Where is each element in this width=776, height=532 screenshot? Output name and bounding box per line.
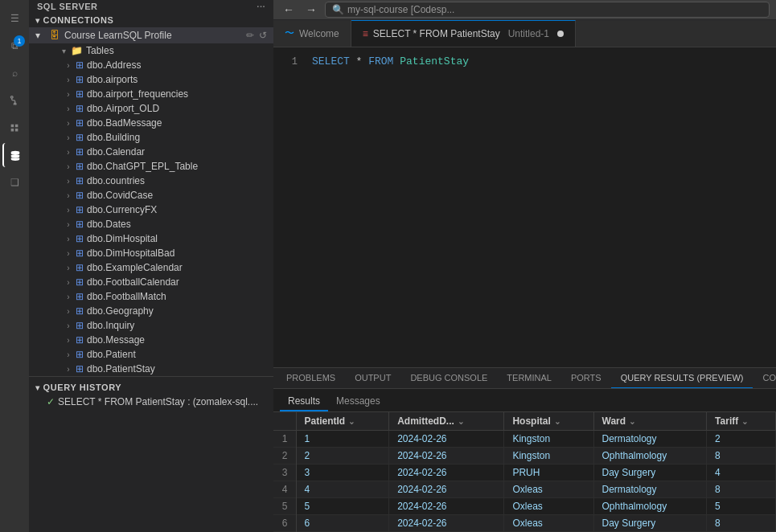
results-table-wrap[interactable]: PatientId⌄AdmittedD...⌄Hospital⌄Ward⌄Tar… (273, 412, 776, 532)
profile-icon: 🗄 (50, 30, 60, 41)
table-item[interactable]: ›⊞dbo.Calendar (29, 145, 273, 159)
table-cell: Dermatology (593, 481, 707, 498)
search-bar[interactable]: 🔍 my-sql-course [Codesp... (325, 2, 770, 18)
table-cell: PRUH (504, 464, 593, 481)
column-header[interactable]: AdmittedD...⌄ (389, 412, 504, 431)
unsaved-dot (557, 31, 564, 37)
database-icon[interactable] (2, 143, 27, 167)
table-row: 552024-02-26OxleasOphthalmology5 (273, 498, 776, 515)
sidebar: SQL SERVER ··· ▾ CONNECTIONS ▾ 🗄 Course … (29, 0, 273, 532)
hamburger-icon[interactable]: ☰ (2, 6, 27, 31)
column-header[interactable]: PatientId⌄ (296, 412, 389, 431)
table-item[interactable]: ›⊞dbo.Inquiry (29, 318, 273, 333)
table-item[interactable]: ›⊞dbo.CovidCase (29, 188, 273, 203)
table-cell: 6 (296, 515, 389, 532)
checkmark-icon: ✓ (47, 396, 55, 407)
connection-profile[interactable]: ▾ 🗄 Course LearnSQL Profile ✏ ↺ (29, 27, 273, 43)
sql-server-menu[interactable]: ··· (257, 2, 265, 11)
table-row: 332024-02-26PRUHDay Surgery4 (273, 464, 776, 481)
connections-chevron: ▾ (35, 16, 40, 25)
table-item[interactable]: ›⊞dbo.DimHospital (29, 231, 273, 246)
query-history-chevron: ▾ (35, 383, 40, 392)
table-cell: 4 (707, 464, 776, 481)
table-item[interactable]: ›⊞dbo.Message (29, 333, 273, 347)
column-header[interactable]: Tariff⌄ (707, 412, 776, 431)
table-cell: 2024-02-26 (389, 498, 504, 515)
results-tab-results[interactable]: Results (280, 392, 328, 411)
table-item[interactable]: ›⊞dbo.airport_frequencies (29, 87, 273, 101)
table-cell: 2024-02-26 (389, 431, 504, 448)
query-history-header[interactable]: ▾ QUERY HISTORY (29, 380, 273, 395)
table-row: 112024-02-26KingstonDermatology2 (273, 431, 776, 448)
table-item[interactable]: ›⊞dbo.Airport_OLD (29, 101, 273, 116)
table-item[interactable]: ›⊞dbo.DimHospitalBad (29, 246, 273, 260)
table-cell: 4 (296, 481, 389, 498)
tables-folder[interactable]: ▾ 📁 Tables (29, 43, 273, 58)
table-cell: 5 (296, 498, 389, 515)
search-bar-icon: 🔍 (332, 4, 344, 15)
query-history-section: ▾ QUERY HISTORY ✓ SELECT * FROM PatientS… (29, 376, 273, 412)
editor-line-1: 1 SELECT * FROM PatientStay (273, 55, 776, 68)
tab-welcome[interactable]: 〜 Welcome (273, 20, 351, 47)
table-cell: 2 (707, 431, 776, 448)
table-cell: Oxleas (504, 498, 593, 515)
back-button[interactable]: ← (280, 2, 298, 18)
panel-tab-query-results[interactable]: QUERY RESULTS (PREVIEW) (611, 368, 753, 388)
panel-tab-debug-console[interactable]: DEBUG CONSOLE (400, 368, 497, 388)
table-cell: Kingston (504, 431, 593, 448)
table-cell: 5 (707, 498, 776, 515)
pages-icon[interactable]: ❑ (2, 170, 27, 194)
table-cell: 2 (296, 448, 389, 464)
sql-server-header: SQL SERVER ··· (29, 0, 273, 13)
table-item[interactable]: ›⊞dbo.Patient (29, 347, 273, 362)
table-item[interactable]: ›⊞dbo.Geography (29, 304, 273, 318)
table-cell: 8 (707, 448, 776, 464)
results-tab-messages[interactable]: Messages (328, 392, 388, 411)
table-item[interactable]: ›⊞dbo.CurrencyFX (29, 203, 273, 217)
table-cell: 1 (296, 431, 389, 448)
table-item[interactable]: ›⊞dbo.FootballCalendar (29, 275, 273, 289)
table-cell: 8 (707, 515, 776, 532)
table-item[interactable]: ›⊞dbo.Address (29, 58, 273, 72)
table-item[interactable]: ›⊞dbo.Dates (29, 217, 273, 231)
main-content: ← → 🔍 my-sql-course [Codesp... 〜 Welcome… (273, 0, 776, 532)
results-table: PatientId⌄AdmittedD...⌄Hospital⌄Ward⌄Tar… (273, 412, 776, 532)
connections-section: ▾ CONNECTIONS ▾ 🗄 Course LearnSQL Profil… (29, 13, 273, 532)
extensions-icon[interactable] (2, 116, 27, 140)
panel-tab-comments[interactable]: COMMENTS (753, 368, 776, 388)
tab-select-patientstay[interactable]: ≡ SELECT * FROM PatientStay Untitled-1 (351, 20, 576, 47)
table-item[interactable]: ›⊞dbo.Building (29, 130, 273, 145)
connections-header[interactable]: ▾ CONNECTIONS (29, 13, 273, 27)
column-header[interactable]: Hospital⌄ (504, 412, 593, 431)
table-item[interactable]: ›⊞dbo.airports (29, 72, 273, 87)
results-tabs: Results Messages (273, 389, 776, 412)
search-icon[interactable]: ⌕ (2, 61, 27, 85)
tables-folder-icon: 📁 (71, 45, 83, 56)
panel-tab-ports[interactable]: PORTS (561, 368, 611, 388)
table-item[interactable]: ›⊞dbo.countries (29, 174, 273, 188)
table-cell: Ophthalmology (593, 448, 707, 464)
source-control-icon[interactable] (2, 88, 27, 113)
table-item[interactable]: ›⊞dbo.ChatGPT_EPL_Table (29, 159, 273, 174)
table-cell: 2024-02-26 (389, 448, 504, 464)
refresh-profile-icon[interactable]: ↺ (259, 30, 267, 41)
explorer-icon[interactable]: ⧉ 1 (2, 34, 27, 58)
table-item[interactable]: ›⊞dbo.PatientStay (29, 362, 273, 376)
panel-tab-problems[interactable]: PROBLEMS (277, 368, 345, 388)
forward-button[interactable]: → (302, 2, 320, 18)
sql-file-icon: ≡ (363, 28, 368, 39)
table-row: 442024-02-26OxleasDermatology8 (273, 481, 776, 498)
column-header[interactable]: Ward⌄ (593, 412, 707, 431)
table-cell: 2024-02-26 (389, 515, 504, 532)
tables-chevron: ▾ (58, 47, 69, 55)
editor-area[interactable]: 1 SELECT * FROM PatientStay (273, 47, 776, 367)
table-item[interactable]: ›⊞dbo.BadMessage (29, 116, 273, 130)
panel-tab-output[interactable]: OUTPUT (345, 368, 400, 388)
panel-tab-terminal[interactable]: TERMINAL (497, 368, 561, 388)
table-item[interactable]: ›⊞dbo.ExampleCalendar (29, 260, 273, 275)
query-history-item[interactable]: ✓ SELECT * FROM PatientStay : (zomalex-s… (29, 395, 273, 409)
edit-profile-icon[interactable]: ✏ (246, 30, 254, 41)
table-cell: Day Surgery (593, 515, 707, 532)
table-item[interactable]: ›⊞dbo.FootballMatch (29, 289, 273, 304)
table-cell: Kingston (504, 448, 593, 464)
